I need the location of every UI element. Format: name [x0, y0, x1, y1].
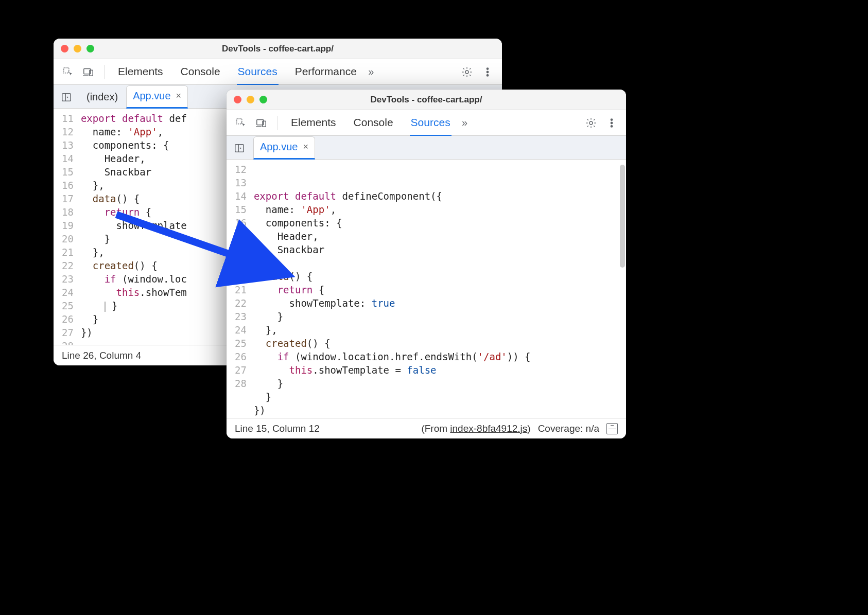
svg-point-7 — [487, 74, 488, 76]
main-toolbar: Elements Console Sources » — [227, 110, 626, 136]
line-number: 21 — [62, 245, 74, 259]
file-tab-index[interactable]: (index) — [80, 87, 124, 108]
line-number: 22 — [62, 259, 74, 272]
cursor-position: Line 15, Column 12 — [235, 423, 320, 434]
code-line[interactable]: return { — [254, 283, 621, 296]
line-number: 16 — [62, 179, 74, 192]
show-navigator-icon[interactable] — [59, 90, 74, 105]
vertical-scrollbar[interactable] — [620, 165, 625, 268]
file-tab-appvue[interactable]: App.vue × — [253, 136, 315, 160]
code-line[interactable]: }, — [254, 256, 621, 270]
settings-gear-icon[interactable] — [584, 116, 598, 130]
svg-point-17 — [611, 125, 612, 127]
window-title: DevTools - coffee-cart.app/ — [222, 44, 334, 54]
tab-performance[interactable]: Performance — [294, 60, 358, 84]
tab-sources[interactable]: Sources — [410, 111, 452, 136]
more-tabs-icon[interactable]: » — [458, 116, 472, 130]
code-line[interactable]: Header, — [254, 230, 621, 243]
window-controls — [234, 96, 267, 103]
source-map-link[interactable]: index-8bfa4912.js — [450, 423, 527, 434]
line-number: 14 — [235, 189, 247, 203]
code-line[interactable]: showTemplate: true — [254, 296, 621, 310]
line-number: 15 — [62, 165, 74, 179]
line-number: 12 — [62, 125, 74, 138]
line-number: 19 — [235, 256, 247, 270]
close-tab-icon[interactable]: × — [176, 91, 182, 101]
inspect-element-icon[interactable] — [61, 65, 75, 79]
device-toolbar-icon[interactable] — [81, 65, 96, 79]
panel-tabs: Elements Console Sources Performance — [113, 60, 358, 84]
code-line[interactable]: } — [254, 310, 621, 323]
code-line[interactable]: }, — [254, 323, 621, 337]
tab-console[interactable]: Console — [180, 60, 221, 84]
close-tab-icon[interactable]: × — [303, 142, 308, 152]
line-number: 12 — [235, 163, 247, 176]
settings-gear-icon[interactable] — [460, 65, 474, 79]
code-line[interactable]: data() { — [254, 270, 621, 283]
svg-rect-0 — [64, 67, 69, 73]
kebab-menu-icon[interactable] — [604, 116, 619, 130]
minimize-window-button[interactable] — [74, 45, 81, 52]
maximize-window-button[interactable] — [86, 45, 94, 52]
text-cursor — [105, 300, 106, 311]
file-tab-appvue[interactable]: App.vue × — [126, 85, 188, 109]
kebab-menu-icon[interactable] — [480, 65, 495, 79]
code-line[interactable]: } — [254, 377, 621, 390]
inspect-element-icon[interactable] — [234, 116, 248, 130]
line-gutter: 1213141516171819202122232425262728 — [227, 160, 252, 418]
tab-elements[interactable]: Elements — [290, 111, 337, 135]
line-number: 25 — [235, 337, 247, 350]
tab-console[interactable]: Console — [353, 111, 394, 135]
line-number: 26 — [235, 350, 247, 363]
line-number: 13 — [235, 176, 247, 189]
file-tab-label: App.vue — [133, 90, 170, 102]
line-number: 24 — [235, 323, 247, 337]
code-line[interactable]: export default defineComponent({ — [254, 189, 621, 203]
line-number: 17 — [235, 230, 247, 243]
line-number: 21 — [235, 283, 247, 296]
toggle-drawer-icon[interactable] — [606, 423, 618, 434]
main-toolbar: Elements Console Sources Performance » — [54, 59, 502, 85]
file-tab-label: App.vue — [260, 141, 298, 153]
code-line[interactable]: components: { — [254, 216, 621, 230]
code-content[interactable]: export default defineComponent({ name: '… — [252, 160, 626, 418]
source-map-origin: (From index-8bfa4912.js) — [421, 423, 530, 434]
code-editor[interactable]: 1213141516171819202122232425262728 expor… — [227, 160, 626, 418]
minimize-window-button[interactable] — [247, 96, 254, 103]
close-window-button[interactable] — [61, 45, 68, 52]
separator — [277, 116, 277, 130]
code-line[interactable]: } — [254, 390, 621, 403]
line-number: 11 — [62, 112, 74, 125]
line-number: 18 — [62, 205, 74, 219]
svg-point-16 — [611, 122, 612, 124]
code-line[interactable]: }) — [254, 403, 621, 417]
tab-elements[interactable]: Elements — [117, 60, 164, 84]
code-line[interactable]: Snackbar — [254, 243, 621, 256]
separator — [104, 65, 105, 79]
code-line[interactable]: this.showTemplate = false — [254, 363, 621, 377]
svg-rect-2 — [90, 70, 93, 76]
line-number: 28 — [235, 377, 247, 390]
titlebar: DevTools - coffee-cart.app/ — [227, 90, 626, 110]
svg-rect-12 — [263, 121, 266, 127]
code-line[interactable]: created() { — [254, 337, 621, 350]
line-number: 27 — [62, 326, 74, 339]
close-window-button[interactable] — [234, 96, 241, 103]
device-toolbar-icon[interactable] — [254, 116, 269, 130]
cursor-position: Line 26, Column 4 — [62, 350, 141, 361]
svg-point-6 — [487, 71, 488, 73]
tab-sources[interactable]: Sources — [237, 60, 279, 85]
svg-point-4 — [465, 71, 468, 74]
line-number: 16 — [235, 216, 247, 230]
maximize-window-button[interactable] — [259, 96, 267, 103]
line-number: 15 — [235, 203, 247, 216]
line-number: 23 — [62, 272, 74, 286]
code-line[interactable]: if (window.location.href.endsWith('/ad')… — [254, 350, 621, 363]
line-number: 27 — [235, 363, 247, 377]
svg-rect-10 — [237, 118, 242, 124]
more-tabs-icon[interactable]: » — [364, 65, 378, 79]
svg-rect-8 — [62, 94, 71, 101]
show-navigator-icon[interactable] — [232, 140, 247, 156]
devtools-window-front: DevTools - coffee-cart.app/ Elements Con… — [227, 90, 626, 438]
code-line[interactable]: name: 'App', — [254, 203, 621, 216]
